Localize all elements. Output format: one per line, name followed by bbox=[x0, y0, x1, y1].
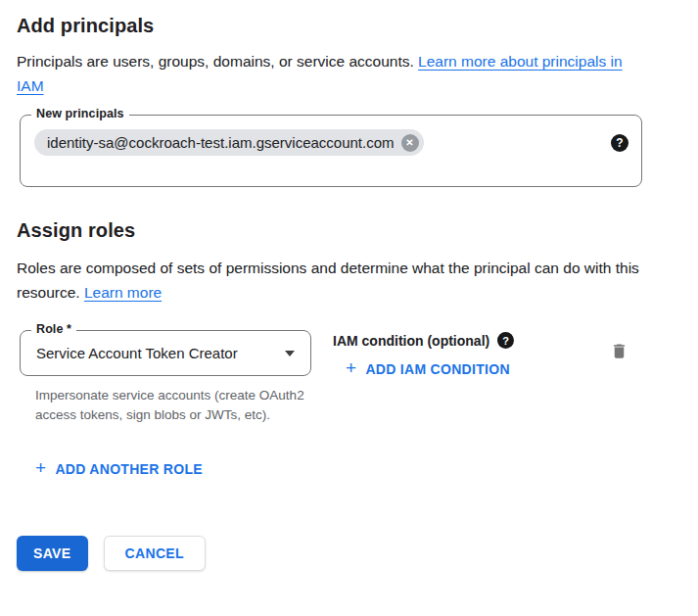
roles-intro-text: Roles are composed of sets of permission… bbox=[17, 256, 651, 305]
new-principals-help-button[interactable]: ? bbox=[611, 134, 628, 152]
close-icon: ✕ bbox=[405, 137, 413, 148]
role-select[interactable]: Role * Service Account Token Creator bbox=[20, 330, 311, 376]
learn-more-roles-link[interactable]: Learn more bbox=[84, 284, 162, 301]
dropdown-arrow-icon bbox=[285, 351, 295, 356]
plus-icon: + bbox=[35, 461, 46, 475]
role-selected-value: Service Account Token Creator bbox=[36, 345, 285, 361]
help-icon: ? bbox=[616, 136, 623, 150]
add-iam-condition-label: ADD IAM CONDITION bbox=[365, 361, 509, 377]
iam-condition-label-row: IAM condition (optional) ? bbox=[333, 332, 514, 349]
role-description: Impersonate service accounts (create OAu… bbox=[35, 386, 311, 425]
role-column: Role * Service Account Token Creator Imp… bbox=[20, 330, 311, 425]
cancel-button[interactable]: CANCEL bbox=[104, 536, 206, 571]
help-icon: ? bbox=[502, 335, 509, 347]
new-principals-label: New principals bbox=[31, 107, 129, 120]
iam-condition-column: IAM condition (optional) ? + ADD IAM CON… bbox=[333, 330, 514, 379]
delete-role-button[interactable] bbox=[608, 340, 630, 365]
trash-icon bbox=[610, 342, 628, 360]
new-principals-field[interactable]: New principals identity-sa@cockroach-tes… bbox=[20, 115, 642, 187]
chip-remove-button[interactable]: ✕ bbox=[401, 134, 419, 152]
role-label: Role * bbox=[31, 322, 76, 336]
plus-icon: + bbox=[346, 361, 356, 375]
role-row: Role * Service Account Token Creator Imp… bbox=[20, 330, 642, 425]
add-another-role-label: ADD ANOTHER ROLE bbox=[55, 461, 203, 477]
principal-chip: identity-sa@cockroach-test.iam.gservicea… bbox=[34, 129, 424, 156]
dialog-footer: SAVE CANCEL bbox=[17, 536, 681, 571]
assign-roles-title: Assign roles bbox=[17, 219, 681, 242]
iam-condition-help-button[interactable]: ? bbox=[497, 332, 514, 349]
page-title: Add principals bbox=[17, 15, 681, 37]
add-principals-panel: Add principals Principals are users, gro… bbox=[0, 15, 698, 571]
add-another-role-button[interactable]: + ADD ANOTHER ROLE bbox=[35, 461, 203, 477]
intro-text-body: Principals are users, groups, domains, o… bbox=[17, 53, 418, 70]
save-button[interactable]: SAVE bbox=[17, 536, 88, 571]
principal-chip-label: identity-sa@cockroach-test.iam.gservicea… bbox=[47, 134, 395, 151]
intro-text: Principals are users, groups, domains, o… bbox=[17, 49, 651, 98]
iam-condition-label: IAM condition (optional) bbox=[333, 333, 489, 349]
add-iam-condition-button[interactable]: + ADD IAM CONDITION bbox=[346, 361, 510, 377]
